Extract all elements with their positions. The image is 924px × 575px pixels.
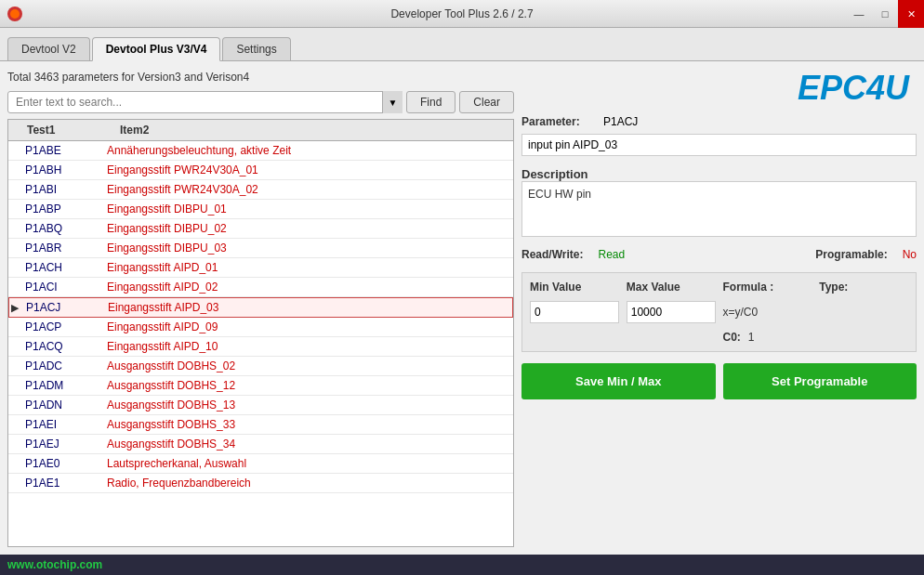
left-panel: Total 3463 parameters for Version3 and V… (7, 69, 514, 547)
set-programable-button[interactable]: Set Programable (723, 363, 917, 399)
prog-value: No (903, 248, 917, 261)
table-row[interactable]: P1ACHEingangsstift AIPD_01 (8, 258, 513, 278)
row-id: P1ABI (20, 180, 101, 199)
row-desc: Eingangsstift AIPD_10 (101, 337, 513, 356)
row-id: P1AE1 (20, 474, 101, 492)
row-id: P1ACJ (20, 298, 102, 317)
table-row[interactable]: P1ACQEingangsstift AIPD_10 (8, 337, 513, 357)
parameter-label: Parameter: (521, 115, 596, 128)
parameter-section: Parameter: P1ACJ (521, 115, 917, 156)
tab-devtool-plus[interactable]: Devtool Plus V3/V4 (92, 37, 221, 61)
params-header: Total 3463 parameters for Version3 and V… (7, 69, 514, 85)
main-window: Devtool V2 Devtool Plus V3/V4 Settings T… (0, 28, 924, 575)
row-id: P1ABP (20, 200, 101, 218)
save-min-max-button[interactable]: Save Min / Max (521, 363, 716, 399)
formula-label: Formula : (723, 281, 812, 294)
parameter-value: P1ACJ (603, 115, 638, 128)
row-id: P1ACI (20, 278, 101, 296)
maximize-button[interactable]: □ (872, 0, 898, 28)
search-input[interactable] (7, 91, 403, 113)
content-area: Total 3463 parameters for Version3 and V… (0, 61, 924, 555)
c0-row: C0: 1 (723, 331, 909, 344)
row-desc: Lautsprecherkanal, Auswahl (101, 454, 513, 473)
clear-button[interactable]: Clear (459, 91, 514, 113)
table-scroll[interactable]: P1ABEAnnäherungsbeleuchtung, aktive Zeit… (8, 141, 513, 546)
row-id: P1ADN (20, 396, 101, 414)
row-marker: ▶ (9, 302, 20, 314)
description-section: Description ECU HW pin (521, 163, 917, 237)
row-id: P1ABR (20, 239, 101, 257)
max-label: Max Value (627, 281, 716, 294)
table-row[interactable]: P1AEJAusgangsstift DOBHS_34 (8, 435, 513, 454)
prog-label: Programable: (815, 248, 887, 261)
epc4u-logo: EPC4U (521, 69, 917, 108)
values-grid: Min Value Max Value Formula : Type: x=y/… (521, 272, 917, 352)
website-label: www.otochip.com (7, 558, 102, 571)
description-box: ECU HW pin (521, 181, 917, 237)
table-row[interactable]: P1ABQEingangsstift DIBPU_02 (8, 219, 513, 239)
row-id: P1ACQ (20, 337, 101, 356)
row-id: P1ABH (20, 161, 101, 179)
row-id: P1ADC (20, 357, 101, 375)
row-id: P1AE0 (20, 454, 101, 473)
parameter-row: Parameter: P1ACJ (521, 115, 917, 128)
table-row[interactable]: P1AE0Lautsprecherkanal, Auswahl (8, 454, 513, 474)
table-row[interactable]: P1ACPEingangsstift AIPD_09 (8, 318, 513, 337)
min-label: Min Value (530, 281, 619, 294)
row-desc: Ausgangsstift DOBHS_13 (101, 396, 513, 414)
row-desc: Ausgangsstift DOBHS_34 (101, 435, 513, 453)
title-bar: Developer Tool Plus 2.6 / 2.7 — □ ✕ (0, 0, 924, 28)
tab-devtool-v2[interactable]: Devtool V2 (7, 37, 90, 60)
minimize-button[interactable]: — (846, 0, 872, 28)
row-desc: Eingangsstift PWR24V30A_02 (101, 180, 513, 199)
row-desc: Eingangsstift DIBPU_01 (101, 200, 513, 218)
row-desc: Ausgangsstift DOBHS_02 (101, 357, 513, 375)
tab-settings[interactable]: Settings (222, 37, 290, 60)
table-row[interactable]: P1ABIEingangsstift PWR24V30A_02 (8, 180, 513, 200)
row-id: P1ACH (20, 258, 101, 277)
row-desc: Eingangsstift AIPD_02 (101, 278, 513, 296)
row-desc: Eingangsstift AIPD_09 (101, 318, 513, 336)
row-desc: Eingangsstift PWR24V30A_01 (101, 161, 513, 179)
search-dropdown-button[interactable]: ▼ (382, 91, 403, 113)
row-desc: Eingangsstift DIBPU_02 (101, 219, 513, 238)
close-button[interactable]: ✕ (898, 0, 924, 28)
row-id: P1ACP (20, 318, 101, 336)
table-row[interactable]: P1ABPEingangsstift DIBPU_01 (8, 200, 513, 219)
table-row[interactable]: P1ABHEingangsstift PWR24V30A_01 (8, 161, 513, 180)
action-buttons: Save Min / Max Set Programable (521, 363, 917, 399)
row-desc: Eingangsstift DIBPU_03 (101, 239, 513, 257)
window-title: Developer Tool Plus 2.6 / 2.7 (390, 7, 533, 20)
row-id: P1AEI (20, 415, 101, 434)
row-desc: Eingangsstift AIPD_01 (101, 258, 513, 277)
table-row[interactable]: ▶P1ACJEingangsstift AIPD_03 (8, 297, 513, 318)
table-row[interactable]: P1ADMAusgangsstift DOBHS_12 (8, 376, 513, 396)
window-controls: — □ ✕ (846, 0, 924, 28)
table-row[interactable]: P1ACIEingangsstift AIPD_02 (8, 278, 513, 297)
rw-label: Read/Write: (521, 248, 583, 261)
app-icon (7, 7, 22, 21)
parameter-table: Test1 Item2 P1ABEAnnäherungsbeleuchtung,… (7, 119, 514, 547)
parameter-input[interactable] (521, 134, 917, 156)
table-row[interactable]: P1ABREingangsstift DIBPU_03 (8, 239, 513, 258)
table-row[interactable]: P1ADCAusgangsstift DOBHS_02 (8, 357, 513, 376)
tab-bar: Devtool V2 Devtool Plus V3/V4 Settings (0, 28, 924, 61)
table-row[interactable]: P1AE1Radio, Frequenzbandbereich (8, 474, 513, 493)
col1-header: Test1 (20, 120, 112, 140)
c0-label: C0: (723, 331, 741, 344)
right-panel: EPC4U Parameter: P1ACJ Description ECU H… (521, 69, 917, 547)
max-value-input[interactable] (627, 301, 716, 323)
search-input-wrap: ▼ (7, 91, 403, 113)
row-desc: Ausgangsstift DOBHS_33 (101, 415, 513, 434)
table-row[interactable]: P1AEIAusgangsstift DOBHS_33 (8, 415, 513, 435)
table-header: Test1 Item2 (8, 120, 513, 141)
search-bar: ▼ Find Clear (7, 91, 514, 113)
bottom-bar: www.otochip.com (0, 555, 924, 575)
row-desc: Eingangsstift AIPD_03 (102, 298, 512, 317)
table-row[interactable]: P1ABEAnnäherungsbeleuchtung, aktive Zeit (8, 141, 513, 161)
table-row[interactable]: P1ADNAusgangsstift DOBHS_13 (8, 396, 513, 415)
row-id: P1ADM (20, 376, 101, 395)
row-id: P1ABQ (20, 219, 101, 238)
find-button[interactable]: Find (406, 91, 455, 113)
min-value-input[interactable] (530, 301, 619, 323)
